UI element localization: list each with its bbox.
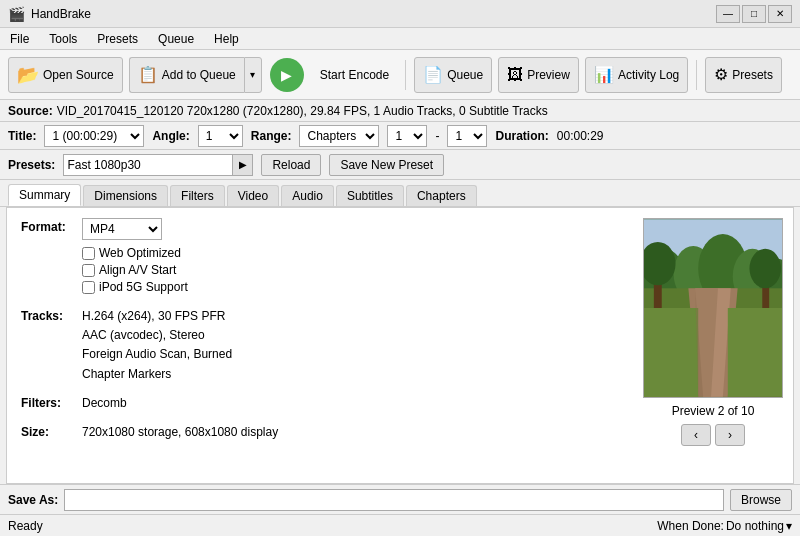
menu-bar: File Tools Presets Queue Help — [0, 28, 800, 50]
activity-log-button[interactable]: 📊 Activity Log — [585, 57, 688, 93]
queue-button[interactable]: 📄 Queue — [414, 57, 492, 93]
presets-label: Presets — [732, 68, 773, 82]
tab-bar: Summary Dimensions Filters Video Audio S… — [0, 180, 800, 207]
preview-label: Preview 2 of 10 — [672, 404, 755, 418]
tab-chapters[interactable]: Chapters — [406, 185, 477, 206]
presets-row: Presets: ▶ Reload Save New Preset — [0, 150, 800, 180]
title-bar-controls: — □ ✕ — [716, 5, 792, 23]
format-select-row: MP4 — [82, 218, 188, 240]
angle-label: Angle: — [152, 129, 189, 143]
angle-select[interactable]: 1 — [198, 125, 243, 147]
open-source-button[interactable]: 📂 Open Source — [8, 57, 123, 93]
tab-filters[interactable]: Filters — [170, 185, 225, 206]
status-text: Ready — [8, 519, 43, 533]
reload-button[interactable]: Reload — [261, 154, 321, 176]
when-done: When Done: Do nothing ▾ — [657, 519, 792, 533]
track-line-4: Chapter Markers — [82, 365, 232, 384]
add-to-queue-button[interactable]: 📋 Add to Queue — [129, 57, 244, 93]
add-to-queue-dropdown[interactable]: ▾ — [244, 57, 262, 93]
source-label: Source: — [8, 104, 53, 118]
preview-button[interactable]: 🖼 Preview — [498, 57, 579, 93]
range-type-select[interactable]: Chapters — [299, 125, 379, 147]
range-from-select[interactable]: 1 — [387, 125, 427, 147]
presets-toolbar-button[interactable]: ⚙ Presets — [705, 57, 782, 93]
format-label: Format: — [21, 218, 76, 234]
queue-label: Queue — [447, 68, 483, 82]
menu-presets[interactable]: Presets — [93, 31, 142, 47]
preview-icon: 🖼 — [507, 66, 523, 84]
app-icon: 🎬 — [8, 6, 25, 22]
svg-rect-9 — [644, 308, 698, 397]
save-as-input[interactable] — [64, 489, 724, 511]
tab-dimensions[interactable]: Dimensions — [83, 185, 168, 206]
title-select[interactable]: 1 (00:00:29) — [44, 125, 144, 147]
toolbar: 📂 Open Source 📋 Add to Queue ▾ ▶ Start E… — [0, 50, 800, 100]
add-queue-icon: 📋 — [138, 65, 158, 84]
close-button[interactable]: ✕ — [768, 5, 792, 23]
preview-nav: ‹ › — [681, 424, 745, 446]
tab-audio[interactable]: Audio — [281, 185, 334, 206]
web-optimized-checkbox[interactable] — [82, 247, 95, 260]
track-line-1: H.264 (x264), 30 FPS PFR — [82, 307, 232, 326]
duration-label: Duration: — [495, 129, 548, 143]
align-av-label: Align A/V Start — [99, 263, 176, 277]
add-to-queue-group: 📋 Add to Queue ▾ — [129, 57, 262, 93]
tab-video[interactable]: Video — [227, 185, 279, 206]
save-bar: Save As: Browse — [0, 484, 800, 514]
dropdown-arrow-icon: ▾ — [250, 69, 255, 80]
add-to-queue-label: Add to Queue — [162, 68, 236, 82]
size-value: 720x1080 storage, 608x1080 display — [82, 423, 278, 442]
tracks-row: Tracks: H.264 (x264), 30 FPS PFR AAC (av… — [21, 307, 619, 384]
when-done-value: Do nothing — [726, 519, 784, 533]
title-row: Title: 1 (00:00:29) Angle: 1 Range: Chap… — [0, 122, 800, 150]
align-av-checkbox[interactable] — [82, 264, 95, 277]
tracks-label: Tracks: — [21, 307, 76, 323]
status-bar: Ready When Done: Do nothing ▾ — [0, 514, 800, 536]
track-line-3: Foreign Audio Scan, Burned — [82, 345, 232, 364]
preset-input[interactable] — [63, 154, 233, 176]
menu-queue[interactable]: Queue — [154, 31, 198, 47]
open-source-label: Open Source — [43, 68, 114, 82]
save-new-preset-button[interactable]: Save New Preset — [329, 154, 444, 176]
format-row: Format: MP4 Web Optimized Align A/V Star… — [21, 218, 619, 297]
svg-rect-10 — [728, 308, 782, 397]
align-av-row: Align A/V Start — [82, 263, 188, 277]
title-field-label: Title: — [8, 129, 36, 143]
presets-icon: ⚙ — [714, 65, 728, 84]
menu-tools[interactable]: Tools — [45, 31, 81, 47]
play-icon: ▶ — [281, 67, 292, 83]
title-bar-left: 🎬 HandBrake — [8, 6, 91, 22]
maximize-button[interactable]: □ — [742, 5, 766, 23]
ipod-support-row: iPod 5G Support — [82, 280, 188, 294]
range-to-select[interactable]: 1 — [447, 125, 487, 147]
menu-help[interactable]: Help — [210, 31, 243, 47]
tab-subtitles[interactable]: Subtitles — [336, 185, 404, 206]
size-label: Size: — [21, 423, 76, 439]
preview-prev-button[interactable]: ‹ — [681, 424, 711, 446]
open-source-icon: 📂 — [17, 64, 39, 86]
activity-log-icon: 📊 — [594, 65, 614, 84]
app-title: HandBrake — [31, 7, 91, 21]
preset-input-wrap: ▶ — [63, 154, 253, 176]
track-line-2: AAC (avcodec), Stereo — [82, 326, 232, 345]
start-encode-button[interactable]: ▶ — [268, 56, 306, 94]
ipod-support-checkbox[interactable] — [82, 281, 95, 294]
save-as-label: Save As: — [8, 493, 58, 507]
when-done-dropdown-icon[interactable]: ▾ — [786, 519, 792, 533]
format-select[interactable]: MP4 — [82, 218, 162, 240]
activity-log-label: Activity Log — [618, 68, 679, 82]
source-value: VID_20170415_120120 720x1280 (720x1280),… — [57, 104, 548, 118]
minimize-button[interactable]: — — [716, 5, 740, 23]
when-done-label: When Done: — [657, 519, 724, 533]
preview-next-button[interactable]: › — [715, 424, 745, 446]
tab-summary[interactable]: Summary — [8, 184, 81, 206]
tracks-value: H.264 (x264), 30 FPS PFR AAC (avcodec), … — [82, 307, 232, 384]
play-circle: ▶ — [270, 58, 304, 92]
browse-button[interactable]: Browse — [730, 489, 792, 511]
start-encode-label-button[interactable]: Start Encode — [312, 57, 397, 93]
menu-file[interactable]: File — [6, 31, 33, 47]
toolbar-separator-1 — [405, 60, 406, 90]
preset-arrow-button[interactable]: ▶ — [233, 154, 253, 176]
presets-row-label: Presets: — [8, 158, 55, 172]
queue-icon: 📄 — [423, 65, 443, 84]
